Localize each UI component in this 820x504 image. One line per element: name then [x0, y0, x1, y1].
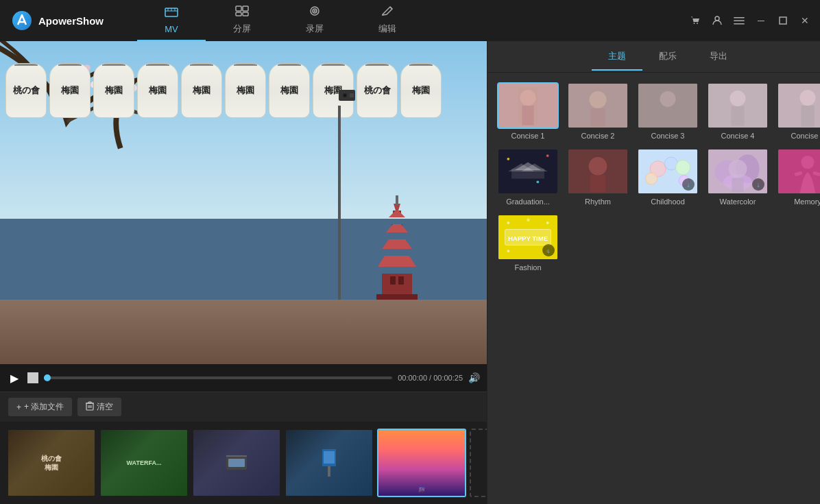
svg-point-89 — [589, 157, 607, 176]
theme-concise4[interactable]: Concise 4 — [704, 80, 771, 143]
nav-label-split: 分屏 — [233, 23, 251, 35]
app-title: ApowerShow — [38, 15, 104, 27]
theme-watercolor[interactable]: ↓ Watercolor — [704, 145, 771, 208]
theme-thumb-fashion: HAPPY TIME ↓ — [497, 214, 559, 261]
nav-label-record: 录屏 — [306, 23, 324, 35]
tab-theme[interactable]: 主题 — [592, 43, 642, 71]
video-player[interactable]: 桃の會 梅園 梅園 梅園 梅園 梅園 — [0, 41, 487, 364]
lantern-4: 梅園 — [137, 63, 178, 118]
svg-rect-70 — [590, 108, 605, 127]
svg-point-104 — [801, 156, 814, 169]
tab-export[interactable]: 导出 — [693, 43, 744, 71]
svg-rect-63 — [328, 466, 330, 477]
svg-point-72 — [660, 91, 676, 107]
themes-grid: Concise 1 Concise 2 — [487, 73, 820, 281]
theme-rhythm[interactable]: Rhythm — [564, 145, 631, 208]
close-button[interactable]: ✕ — [795, 11, 815, 30]
theme-concise2[interactable]: Concise 2 — [564, 80, 631, 143]
svg-rect-45 — [390, 276, 396, 285]
stop-button[interactable] — [27, 372, 38, 383]
theme-thumb-watercolor: ↓ — [707, 148, 769, 195]
time-display: 00:00:00 / 00:00:25 — [398, 374, 463, 382]
svg-point-69 — [590, 91, 607, 108]
theme-memory[interactable]: ↓ Memory — [774, 145, 820, 208]
nav-tab-mv[interactable]: MV — [137, 0, 206, 41]
svg-point-13 — [314, 10, 316, 12]
svg-rect-43 — [382, 274, 412, 294]
lantern-6: 梅園 — [225, 63, 266, 118]
tab-theme-label: 主题 — [608, 51, 626, 61]
theme-thumb-childhood: ↓ — [637, 148, 699, 195]
nav-tab-split[interactable]: 分屏 — [206, 0, 278, 41]
film-item-2[interactable]: WATERFA... — [99, 429, 189, 497]
play-button[interactable]: ▶ — [7, 370, 22, 385]
svg-point-111 — [546, 221, 549, 224]
film-item-3[interactable] — [192, 429, 281, 497]
svg-rect-19 — [734, 21, 745, 22]
svg-rect-67 — [522, 106, 533, 125]
lantern-2: 梅園 — [49, 63, 91, 118]
lantern-5: 梅園 — [181, 63, 222, 118]
minimize-button[interactable]: ─ — [751, 11, 771, 30]
svg-rect-18 — [734, 17, 745, 19]
app-logo-icon — [11, 10, 33, 32]
nav-tab-edit[interactable]: 编辑 — [351, 0, 424, 41]
edit-icon — [381, 5, 394, 21]
svg-rect-46 — [398, 276, 404, 285]
watercolor-download-icon: ↓ — [752, 178, 764, 191]
theme-concise3[interactable]: Concise 3 — [634, 80, 701, 143]
film-item-1[interactable]: 桃の會梅園 — [7, 429, 96, 497]
add-files-button[interactable]: + + 添加文件 — [8, 398, 72, 416]
progress-thumb — [44, 374, 51, 381]
theme-concise1[interactable]: Concise 1 — [494, 80, 562, 143]
menu-button[interactable] — [729, 11, 749, 30]
svg-point-66 — [520, 90, 536, 106]
lantern-7: 梅園 — [269, 63, 310, 118]
svg-point-17 — [715, 16, 719, 21]
film-item-4[interactable] — [285, 429, 374, 497]
theme-thumb-memory: ↓ — [777, 148, 820, 195]
svg-point-86 — [546, 154, 549, 157]
svg-point-75 — [730, 91, 746, 106]
svg-rect-10 — [243, 12, 248, 16]
svg-rect-62 — [324, 451, 335, 464]
svg-rect-7 — [236, 6, 241, 11]
theme-graduation[interactable]: Graduation... — [494, 145, 562, 208]
theme-thumb-concise4 — [707, 82, 769, 129]
nav-tab-record[interactable]: 录屏 — [278, 0, 351, 41]
theme-thumb-graduation — [497, 148, 559, 195]
theme-fashion[interactable]: HAPPY TIME ↓ Fashion — [494, 211, 562, 274]
svg-line-14 — [390, 7, 392, 9]
volume-button[interactable]: 🔊 — [468, 372, 480, 383]
film-item-5[interactable]: 🌆 — [377, 429, 466, 497]
theme-concise5[interactable]: Concise 5 — [774, 80, 820, 143]
tab-export-label: 导出 — [710, 51, 727, 61]
tab-music[interactable]: 配乐 — [642, 43, 693, 71]
svg-point-85 — [507, 158, 509, 160]
user-button[interactable] — [708, 11, 727, 30]
add-film-button[interactable]: + — [470, 429, 487, 497]
nav-tabs: MV 分屏 录屏 — [137, 0, 686, 41]
svg-point-78 — [800, 90, 816, 106]
pagoda — [356, 190, 438, 300]
right-panel-tabs: 主题 配乐 导出 — [487, 41, 820, 73]
svg-rect-21 — [780, 17, 786, 24]
svg-point-94 — [675, 160, 690, 175]
bottom-toolbar: + + 添加文件 清空 — [0, 392, 487, 422]
progress-bar[interactable] — [44, 376, 392, 379]
svg-point-15 — [694, 23, 695, 24]
maximize-button[interactable] — [773, 11, 793, 30]
theme-thumb-concise3 — [637, 82, 699, 129]
clear-button[interactable]: 清空 — [77, 398, 121, 416]
childhood-download-icon: ↓ — [682, 178, 695, 191]
svg-marker-36 — [389, 211, 405, 217]
theme-childhood[interactable]: ↓ Childhood — [634, 145, 701, 208]
svg-rect-47 — [396, 195, 398, 205]
mv-icon — [165, 6, 178, 22]
titlebar: ApowerShow MV — [0, 0, 820, 41]
svg-rect-59 — [228, 459, 245, 467]
theme-label-watercolor: Watercolor — [720, 197, 756, 206]
theme-thumb-concise5 — [777, 82, 820, 129]
svg-point-101 — [729, 160, 747, 178]
cart-button[interactable] — [686, 11, 705, 30]
